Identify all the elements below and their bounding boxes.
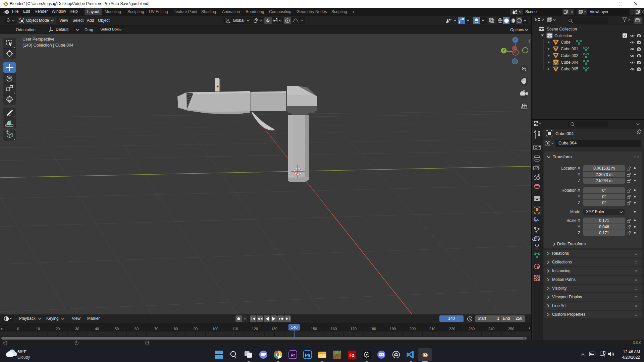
svg-text:130: 130 — [271, 327, 277, 331]
svg-text:210: 210 — [429, 327, 435, 331]
svg-text:40: 40 — [95, 327, 99, 331]
svg-text:170: 170 — [351, 327, 357, 331]
svg-text:240: 240 — [488, 327, 494, 331]
svg-text:190: 190 — [390, 327, 396, 331]
svg-text:Cube: Cube — [561, 40, 571, 45]
svg-text:Cube.004: Cube.004 — [561, 60, 578, 65]
svg-text:30: 30 — [75, 327, 79, 331]
svg-text:Cube.005: Cube.005 — [561, 67, 578, 71]
svg-text:50: 50 — [115, 327, 119, 331]
svg-text:140: 140 — [291, 325, 298, 330]
svg-text:150: 150 — [311, 327, 317, 331]
svg-text:120: 120 — [252, 327, 258, 331]
svg-text:68°F: 68°F — [17, 350, 26, 354]
svg-text:0: 0 — [17, 327, 19, 331]
svg-text:100: 100 — [212, 327, 218, 331]
svg-text:Cube.004: Cube.004 — [555, 131, 574, 136]
svg-text:4/20/2022: 4/20/2022 — [622, 355, 640, 360]
svg-text:Pr: Pr — [290, 353, 295, 358]
svg-text:70: 70 — [154, 327, 158, 331]
svg-text:200: 200 — [410, 327, 416, 331]
svg-text:Fz: Fz — [350, 353, 355, 358]
svg-text:Cloudy: Cloudy — [17, 355, 30, 360]
svg-text:180: 180 — [370, 327, 376, 331]
svg-text:80: 80 — [174, 327, 178, 331]
svg-text:Collection: Collection — [554, 34, 572, 38]
svg-text:12:46 AM: 12:46 AM — [623, 350, 640, 354]
svg-text:110: 110 — [232, 327, 238, 331]
svg-text:User Perspective: User Perspective — [22, 37, 54, 42]
svg-text:90: 90 — [194, 327, 198, 331]
svg-text:(140) Collection | Cube.004: (140) Collection | Cube.004 — [22, 43, 73, 48]
svg-text:250: 250 — [508, 327, 514, 331]
svg-text:Z: Z — [514, 38, 516, 42]
svg-text:Y: Y — [503, 49, 505, 53]
svg-text:160: 160 — [331, 327, 337, 331]
svg-text:60: 60 — [135, 327, 139, 331]
svg-text:Cube.001: Cube.001 — [561, 47, 578, 51]
svg-text:Scene Collection: Scene Collection — [547, 27, 577, 32]
svg-text:Ps: Ps — [305, 353, 310, 358]
svg-text:10: 10 — [36, 327, 40, 331]
svg-text:220: 220 — [449, 327, 455, 331]
svg-text:230: 230 — [469, 327, 475, 331]
svg-text:Cube.002: Cube.002 — [561, 53, 578, 58]
svg-text:20: 20 — [56, 327, 60, 331]
